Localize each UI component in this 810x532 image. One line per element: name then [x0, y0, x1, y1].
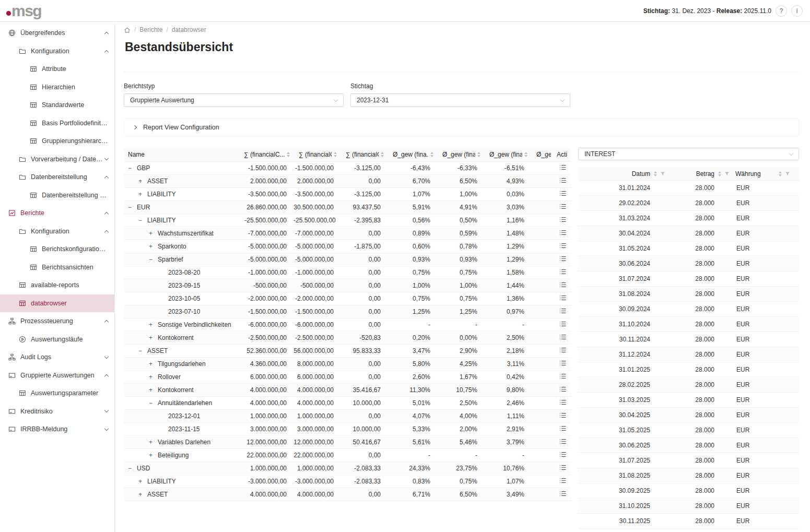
main-column-header-5[interactable]: Ø_gew (fina... — [437, 148, 484, 161]
row-actions-button[interactable] — [555, 307, 571, 316]
main-column-header-4[interactable]: Ø_gew (fina... — [388, 148, 437, 161]
expand-toggle[interactable]: + — [149, 386, 158, 394]
row-actions-button[interactable] — [555, 359, 571, 369]
sidebar-item-konfiguration[interactable]: Konfiguration — [0, 222, 114, 241]
row-actions-button[interactable] — [555, 294, 571, 303]
datum-header-icons[interactable] — [650, 171, 671, 176]
expand-toggle[interactable]: + — [138, 478, 147, 485]
expand-toggle[interactable]: + — [149, 439, 158, 446]
collapse-toggle[interactable]: − — [128, 164, 137, 172]
sidebar-item-audit-logs[interactable]: Audit Logs — [0, 348, 114, 367]
row-actions-button[interactable] — [555, 190, 571, 199]
filter-icon[interactable] — [785, 171, 790, 176]
sort-icon[interactable] — [654, 171, 657, 176]
row-actions-button[interactable] — [555, 242, 571, 251]
expand-toggle[interactable]: + — [138, 178, 147, 185]
row-actions-button[interactable] — [555, 216, 571, 225]
breadcrumb-berichte[interactable]: Berichte — [139, 26, 162, 33]
expand-toggle[interactable]: + — [138, 191, 147, 198]
list-icon — [559, 464, 567, 473]
row-actions-button[interactable] — [555, 385, 571, 395]
row-actions-button[interactable] — [555, 203, 571, 212]
sidebar-item-berichte[interactable]: Berichte — [0, 204, 114, 222]
sidebar-item-konfiguration[interactable]: Konfiguration — [0, 42, 114, 61]
row-actions-button[interactable] — [555, 464, 571, 473]
help-button[interactable]: ? — [776, 5, 787, 17]
sidebar-item-kreditrisiko[interactable]: Kreditrisiko — [0, 403, 114, 421]
betrag-header-icons[interactable] — [714, 171, 735, 176]
row-actions-button[interactable] — [555, 477, 571, 486]
sidebar-item-gruppierte-auswertungen[interactable]: Gruppierte Auswertungen — [0, 367, 114, 385]
column-header-betrag[interactable]: Betrag — [671, 170, 714, 178]
row-actions-button[interactable] — [555, 320, 571, 329]
collapse-toggle[interactable]: − — [138, 347, 147, 354]
row-actions-button[interactable] — [555, 490, 571, 499]
expand-toggle[interactable]: + — [149, 360, 158, 368]
row-actions-button[interactable] — [555, 333, 571, 342]
sidebar-item-bergreifendes[interactable]: Übergreifendes — [0, 24, 114, 42]
row-actions-button[interactable] — [555, 451, 571, 460]
filter-icon[interactable] — [724, 171, 730, 176]
collapse-toggle[interactable]: − — [128, 204, 137, 211]
collapse-toggle[interactable]: − — [128, 465, 137, 472]
sidebar-item-berichtskonfigurationen[interactable]: Berichtskonfigurationen — [0, 240, 114, 258]
sidebar-item-auswertungsparameter[interactable]: Auswertungsparameter — [0, 384, 114, 403]
sidebar-item-basis-portfoliodefinitionen[interactable]: Basis Portfoliodefinitionen — [0, 114, 114, 133]
row-actions-button[interactable] — [555, 346, 571, 356]
column-header-waehrung[interactable]: Währung — [735, 170, 775, 178]
row-actions-button[interactable] — [555, 411, 571, 421]
row-actions-button[interactable] — [555, 398, 571, 408]
interest-select[interactable]: INTEREST — [578, 148, 799, 160]
sidebar-item-berichtsansichten[interactable]: Berichtsansichten — [0, 258, 114, 277]
breadcrumb-databrowser[interactable]: databrowser — [172, 26, 206, 33]
msg-logo[interactable]: msg — [5, 3, 41, 19]
sidebar-item-gruppierungshierarchien[interactable]: Gruppierungshierarchien — [0, 132, 114, 150]
row-actions-button[interactable] — [555, 438, 571, 447]
sort-icon[interactable] — [718, 171, 721, 176]
row-actions-button[interactable] — [555, 229, 571, 238]
sidebar-item-hierarchien[interactable]: Hierarchien — [0, 78, 114, 97]
sidebar-item-available-reports[interactable]: available-reports — [0, 276, 114, 294]
report-view-configuration-toggle[interactable]: Report View Configuration — [124, 119, 799, 136]
row-actions-button[interactable] — [555, 163, 571, 173]
row-actions-button[interactable] — [555, 372, 571, 382]
home-icon[interactable] — [124, 27, 131, 33]
collapse-toggle[interactable]: − — [149, 256, 158, 263]
sidebar-item-prozesssteuerung[interactable]: Prozesssteuerung — [0, 312, 114, 330]
sidebar-item-vorverarbeitung-datenimp[interactable]: Vorverarbeitung / Datenimp... — [0, 150, 114, 169]
main-column-header-2[interactable]: ∑ (financialC... — [294, 148, 341, 161]
sidebar-item-datenbereitstellung-markt[interactable]: Datenbereitstellung Markt... — [0, 186, 114, 205]
row-actions-button[interactable] — [555, 176, 571, 186]
expand-toggle[interactable]: + — [149, 230, 158, 237]
main-column-header-3[interactable]: ∑ (financialC... — [341, 148, 388, 161]
row-actions-button[interactable] — [555, 424, 571, 434]
collapse-toggle[interactable]: − — [149, 399, 158, 407]
filter-icon[interactable] — [660, 171, 665, 176]
sidebar-item-standardwerte[interactable]: Standardwerte — [0, 96, 114, 114]
expand-toggle[interactable]: + — [149, 321, 158, 328]
expand-toggle[interactable]: + — [149, 243, 158, 250]
value-cell-3: -2.083,33 — [341, 465, 388, 472]
sidebar-item-datenbereitstellung[interactable]: Datenbereitstellung — [0, 168, 114, 186]
sidebar-item-irrbb-meldung[interactable]: IRRBB-Meldung — [0, 420, 114, 439]
row-actions-button[interactable] — [555, 268, 571, 277]
main-column-header-6[interactable]: Ø_gew (fina... — [484, 148, 531, 161]
expand-toggle[interactable]: + — [138, 491, 147, 498]
expand-toggle[interactable]: + — [149, 373, 158, 381]
berichtstyp-select[interactable]: Gruppierte Auswertung — [124, 93, 344, 107]
sidebar-item-databrowser[interactable]: databrowser — [0, 294, 114, 313]
info-button[interactable]: i — [791, 5, 803, 17]
main-column-header-1[interactable]: ∑ (financialC... — [239, 148, 294, 161]
sidebar-item-attribute[interactable]: Attribute — [0, 60, 114, 78]
row-actions-button[interactable] — [555, 281, 571, 290]
sidebar-item-auswertungsl-ufe[interactable]: Auswertungsläufe — [0, 330, 114, 349]
expand-toggle[interactable]: + — [149, 334, 158, 341]
collapse-toggle[interactable]: − — [138, 217, 147, 224]
column-header-datum[interactable]: Datum — [578, 170, 650, 178]
waehrung-header-icons[interactable] — [775, 171, 799, 176]
expand-toggle[interactable]: + — [149, 452, 158, 459]
row-actions-button[interactable] — [555, 255, 571, 264]
sort-icon[interactable] — [779, 171, 782, 176]
list-icon — [559, 242, 567, 251]
stichtag-select[interactable]: 2023-12-31 — [350, 93, 570, 107]
